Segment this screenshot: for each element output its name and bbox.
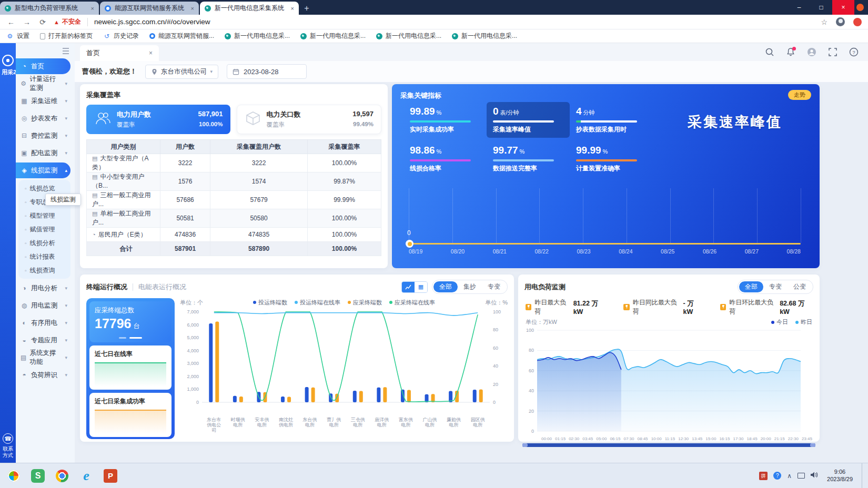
bookmark-item[interactable]: 新一代用电信息采... [376,32,441,40]
metric-数据推送完整率[interactable]: 99.77%数据推送完整率 [487,141,570,177]
fullscreen-icon[interactable] [828,47,837,57]
filter-专变[interactable]: 专变 [482,281,506,292]
table-view-icon[interactable]: ▦ [415,282,427,292]
taskbar-wps-icon[interactable]: S [27,465,48,486]
online-rate-card[interactable]: 近七日在线率 [89,345,171,390]
sidebar-item-用电监测[interactable]: ◍用电监测▾ [16,298,70,313]
tab-terminal-overview[interactable]: 终端运行概况 [86,282,127,292]
terminal-total-card[interactable]: 应采终端总数 17796台 [89,301,171,342]
power-users-card[interactable]: 电力用户数587,901 覆盖率100.00% [86,105,230,134]
trend-button[interactable]: 走势 [788,90,811,100]
bookmark-item[interactable]: 新一代用电信息采... [300,32,366,40]
bookmark-item[interactable]: ⚙设置 [6,32,29,40]
legend-item[interactable]: 投运终端数 [253,299,287,307]
sidebar-item-配电监测[interactable]: ▣配电监测▾ [16,145,70,161]
bookmark-item[interactable]: 打开新的标签页 [40,32,93,40]
sidebar-item-系统支撑功能[interactable]: ▤系统支撑功能▾ [16,350,70,365]
collect-success-card[interactable]: 近七日采集成功率 [89,393,171,437]
sidebar-item-用电分析[interactable]: ◑用电分析▾ [16,280,70,296]
table-row[interactable]: ▤中小型专变用户（B...1576157499.87% [87,172,381,191]
sidebar-subitem-模型管理[interactable]: ▫模型管理 [18,209,70,222]
ime-icon[interactable]: 拼 [759,472,768,480]
legend-item[interactable]: 今日 [771,318,788,326]
table-row[interactable]: 合计587901587890100.00% [87,242,381,256]
metric-抄表数据采集用时[interactable]: 4分钟抄表数据采集用时 [570,102,653,138]
bell-icon[interactable] [786,47,795,57]
sidebar-subitem-线损查询[interactable]: ▫线损查询 [18,263,70,277]
sidebar-item-采集运维[interactable]: ▦采集运维▾ [16,93,70,109]
sidebar-item-计量运行监测[interactable]: ⚙计量运行监测▾ [16,76,70,92]
filter-公变[interactable]: 公变 [788,281,812,292]
tray-help-icon[interactable]: ? [773,472,781,480]
contact-button[interactable]: ☎ 联系方式 [0,433,16,459]
sidebar-subitem-线损分析[interactable]: ▫线损分析 [18,236,70,250]
tab-meter-overview[interactable]: 电能表运行概况 [138,282,186,292]
browser-tab[interactable]: 能源互联网营销服务系统× [100,2,199,15]
bookmark-item[interactable]: 能源互联网营销服... [149,32,214,40]
back-icon[interactable]: ← [6,18,16,26]
help-icon[interactable]: ? [849,47,859,57]
bookmark-star-icon[interactable]: ☆ [821,18,827,26]
legend-item[interactable]: 应采终端数 [348,299,382,307]
browser-tab[interactable]: 新一代用电信息采集系统× [200,2,299,15]
tray-display-icon[interactable] [798,473,805,479]
tray-expand-icon[interactable]: ∧ [787,472,792,480]
filter-专变[interactable]: 专变 [763,281,788,292]
table-row[interactable]: ▤单相一般工商业用户...5058150580100.00% [87,209,381,228]
taskbar-chrome-icon[interactable] [52,465,73,486]
sidebar-subitem-赋值管理[interactable]: ▫赋值管理 [18,222,70,236]
bookmark-item[interactable]: 新一代用电信息采... [452,32,517,40]
user-avatar-icon[interactable] [807,47,816,57]
carousel-dots[interactable] [89,337,171,339]
show-desktop-button[interactable] [862,463,865,488]
page-tab-close-icon[interactable]: × [149,49,153,57]
filter-集抄[interactable]: 集抄 [458,281,482,292]
forward-icon[interactable]: → [22,18,32,26]
table-row[interactable]: ▤三相一般工商业用户...576865767999.99% [87,191,381,209]
sidebar-item-负荷辨识[interactable]: ◓负荷辨识▾ [16,367,70,383]
security-chip[interactable]: ▲ 不安全 [54,17,81,26]
org-selector[interactable]: 东台市供电公司 ▾ [145,65,218,79]
sidebar-item-费控监测[interactable]: ⊟费控监测▾ [16,128,70,144]
url-text[interactable]: neweic.js.sgcc.com.cn/#/oc/overview [94,18,815,26]
date-picker[interactable]: 2023-08-28 [227,64,307,79]
filter-全部[interactable]: 全部 [739,281,763,292]
bookmark-item[interactable]: 新一代用电信息采... [225,32,290,40]
chart-scrollbar[interactable] [522,443,815,447]
sidebar-item-抄表发布[interactable]: ◎抄表发布▾ [16,110,70,126]
sidebar-item-线损监测[interactable]: ◈线损监测▴ [16,162,70,178]
metric-线损合格率[interactable]: 98.86%线损合格率 [403,141,487,177]
new-tab-button[interactable]: + [300,2,314,15]
maximize-button[interactable]: □ [810,0,832,15]
timeline-dot[interactable] [406,240,413,248]
refresh-icon[interactable]: ⟳ [38,18,47,26]
table-row[interactable]: ▤大型专变用户（A类）32223222100.00% [87,154,381,172]
sidebar-item-首页[interactable]: ◔首页 [16,58,70,74]
filter-全部[interactable]: 全部 [433,281,458,292]
sidebar-collapse-icon[interactable] [16,45,75,57]
legend-item[interactable]: 昨日 [795,318,812,326]
taskbar-ie-icon[interactable]: e [76,465,97,486]
bookmark-item[interactable]: ↺历史记录 [103,32,139,40]
taskbar-clock[interactable]: 9:06 2023/8/29 [827,469,853,483]
update-badge-icon[interactable] [853,18,862,26]
legend-item[interactable]: 投运终端在线率 [295,299,340,307]
tray-volume-icon[interactable] [811,472,818,480]
chart-view-icon[interactable] [402,282,415,292]
minimize-button[interactable]: – [788,0,810,15]
sidebar-subitem-统计报表[interactable]: ▫统计报表 [18,250,70,263]
legend-item[interactable]: 应采终端在线率 [389,299,435,307]
close-button[interactable]: × [832,0,854,15]
tab-close-icon[interactable]: × [291,5,294,12]
sidebar-item-有序用电[interactable]: ◐有序用电▾ [16,315,70,331]
metric-计量装置准确率[interactable]: 99.99%计量装置准确率 [570,141,653,177]
browser-tab[interactable]: 新型电力负荷管理系统× [0,2,99,15]
start-button[interactable] [3,465,24,486]
table-row[interactable]: ◔居民用户（E类）474836474835100.00% [87,228,381,242]
gateway-card[interactable]: 电力关口数19,597 覆盖率99.49% [237,105,382,134]
metric-采集速率峰值[interactable]: 0表/分钟采集速率峰值 [487,102,570,138]
tab-close-icon[interactable]: × [191,5,194,12]
tab-close-icon[interactable]: × [91,5,94,12]
search-icon[interactable] [765,47,774,57]
browser-avatar-icon[interactable] [836,17,845,26]
